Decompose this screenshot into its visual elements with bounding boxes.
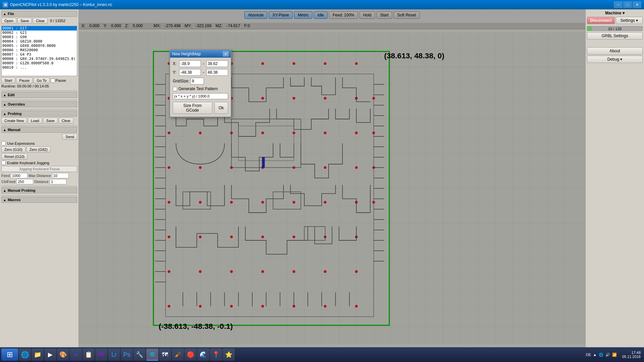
taskbar-app7-icon[interactable]: 🔴 xyxy=(184,349,197,361)
pause-button[interactable]: Pause xyxy=(16,77,33,83)
modal-y-max-input[interactable] xyxy=(206,69,228,76)
signal-icon: 📶 xyxy=(612,353,617,357)
clear-probing-button[interactable]: Clear xyxy=(59,118,73,124)
taskbar-media-icon[interactable]: ▶ xyxy=(44,349,56,361)
save-probing-button[interactable]: Save xyxy=(43,118,58,124)
zero-g92-button[interactable]: Zero (G92) xyxy=(26,146,51,153)
gcode-list[interactable]: 00001 : G1700002 : G2100003 : G9000004 :… xyxy=(1,26,77,76)
taskbar-app8-icon[interactable]: 🌊 xyxy=(197,349,209,361)
maximize-button[interactable]: □ xyxy=(623,1,632,8)
disconnect-button[interactable]: Disconnect xyxy=(587,17,615,24)
taskbar-app5-icon[interactable]: 🗺 xyxy=(159,349,171,361)
taskbar-clock: 17:48 05.11.2018 xyxy=(620,351,643,359)
generate-test-checkbox[interactable] xyxy=(173,87,177,91)
modal-x-max-input[interactable] xyxy=(206,60,228,67)
settings-button[interactable]: Settings ▾ xyxy=(616,17,643,24)
modal-x-min-input[interactable] xyxy=(179,60,201,67)
max-distance-label: Max Distance xyxy=(29,174,51,178)
left-panel: ▲ File Open Save Clear 0 / 13352 00001 :… xyxy=(0,9,79,362)
gcode-line[interactable]: 00007 : G4 P3 xyxy=(2,52,77,57)
taskbar-app2-icon[interactable]: ≡ xyxy=(70,349,82,361)
file-section-label: File xyxy=(8,12,14,16)
zero-g10-button[interactable]: Zero (G10) xyxy=(1,146,25,153)
grbl-settings-button[interactable]: GRBL Settings xyxy=(587,32,643,40)
titlebar-title: OpenCNCPilot v1.5.3.0 by martin2250 – Ko… xyxy=(10,2,614,7)
overrides-arrow-icon: ▲ xyxy=(3,103,6,106)
taskbar-ps-icon[interactable]: Ps xyxy=(121,349,133,361)
debug-button[interactable]: Debug ▾ xyxy=(587,56,643,63)
modal-close-button[interactable]: ✕ xyxy=(223,51,229,57)
send-button[interactable]: Send xyxy=(62,134,77,140)
runtime-label: Runtime: 00:00:00 / 00:14:05 xyxy=(1,84,77,88)
taskbar-app1-icon[interactable]: 🎨 xyxy=(57,349,69,361)
canvas-area[interactable]: Absolute XY-Plane Metric Idle Feed: 100%… xyxy=(79,9,585,362)
edit-section-label: Edit xyxy=(8,93,15,97)
create-new-button[interactable]: Create New xyxy=(1,118,27,124)
gcode-line[interactable]: 00008 : G0X-24.9746Y-39.6490Z3.0( xyxy=(2,57,77,61)
size-from-gcode-button[interactable]: Size From GCode xyxy=(173,102,212,114)
distance-input[interactable] xyxy=(50,179,66,184)
modal-gridsize-input[interactable] xyxy=(191,78,204,84)
disconnect-settings-row: Disconnect Settings ▾ xyxy=(587,17,643,25)
gcode-line[interactable]: 00009 : G1Z0.0000F500.0 xyxy=(2,61,77,65)
gcode-line[interactable]: 00006 : M4S20000 xyxy=(2,48,77,52)
gcode-line[interactable]: 00004 : G0Z10.0000 xyxy=(2,39,77,44)
probing-btn-row: Create New Load Save Clear xyxy=(1,118,77,124)
pause-checkbox[interactable] xyxy=(51,78,55,83)
save-file-button[interactable]: Save xyxy=(17,18,32,24)
ok-button[interactable]: Ok xyxy=(214,102,228,114)
reset-g10-button[interactable]: Reset (G10) xyxy=(1,154,28,160)
taskbar-app9-icon[interactable]: 📍 xyxy=(210,349,222,361)
taskbar-app6-icon[interactable]: 🖌 xyxy=(172,349,184,361)
gcode-line[interactable]: 00002 : G21 xyxy=(2,31,77,35)
manual-section-header[interactable]: ▲ Manual xyxy=(1,127,77,133)
volume-icon: 🔊 xyxy=(605,353,610,357)
gcode-line[interactable]: 00003 : G90 xyxy=(2,35,77,39)
modal-x-label: X: xyxy=(173,61,178,66)
taskbar-lr-icon[interactable]: Lr xyxy=(108,349,120,361)
load-probing-button[interactable]: Load xyxy=(28,118,42,124)
enable-keyboard-checkbox[interactable] xyxy=(1,161,6,165)
modal-y-dash: - xyxy=(203,70,204,75)
manual-arrow-icon: ▲ xyxy=(3,128,6,132)
clear-file-button[interactable]: Clear xyxy=(33,18,48,24)
modal-x-row: X: - xyxy=(173,60,228,67)
goto-button[interactable]: Go To xyxy=(34,77,49,83)
manual-probing-header[interactable]: ▲ Manual Probing xyxy=(1,187,77,193)
open-button[interactable]: Open xyxy=(1,18,16,24)
edit-section-header[interactable]: ▲ Edit xyxy=(1,92,77,98)
ctrlfeed-input[interactable] xyxy=(16,179,33,184)
taskbar-app4-icon[interactable]: 🔧 xyxy=(133,349,146,361)
distance-label: Distance xyxy=(34,180,49,184)
ctrlfeed-label: CtrlFeed xyxy=(1,180,15,184)
start-button[interactable]: ⊞ xyxy=(1,349,18,361)
use-expressions-checkbox[interactable] xyxy=(1,141,6,145)
zero-row: Zero (G10) Zero (G92) Reset (G10) xyxy=(1,146,77,160)
taskbar-folder-icon[interactable]: 📁 xyxy=(32,349,44,361)
feed-input[interactable] xyxy=(11,173,28,178)
send-row: Send xyxy=(1,134,77,140)
taskbar-cnc-icon[interactable]: ⚙ xyxy=(146,349,158,361)
max-distance-input[interactable] xyxy=(52,173,69,178)
use-expressions-row: Use Expressions xyxy=(1,141,77,145)
about-button[interactable]: About xyxy=(587,47,643,55)
minimize-button[interactable]: ─ xyxy=(614,1,623,8)
taskbar-app10-icon[interactable]: ⭐ xyxy=(223,349,235,361)
modal-y-min-input[interactable] xyxy=(179,69,201,76)
taskbar-pr-icon[interactable]: Pr xyxy=(95,349,107,361)
macros-section-header[interactable]: ▲ Macros xyxy=(1,197,77,203)
gcode-line[interactable]: 00010 : ... xyxy=(2,65,77,70)
modal-formula-input[interactable] xyxy=(173,93,228,99)
start-button[interactable]: Start xyxy=(1,77,15,83)
probing-section-header[interactable]: ▲ Probing xyxy=(1,111,77,117)
gcode-line[interactable]: 00005 : G0X0.0000Y0.0000 xyxy=(2,44,77,48)
clock-date: 05.11.2018 xyxy=(622,355,641,359)
close-button[interactable]: ✕ xyxy=(633,1,641,8)
taskbar-ie-icon[interactable]: 🌐 xyxy=(19,349,31,361)
gcode-line[interactable]: 00001 : G17 xyxy=(2,26,77,31)
probing-section-label: Probing xyxy=(8,112,22,116)
overrides-section-header[interactable]: ▲ Overrides xyxy=(1,101,77,107)
modal-body: X: - Y: - GridSize: xyxy=(170,58,231,117)
taskbar-app3-icon[interactable]: 📋 xyxy=(83,349,95,361)
file-section-header[interactable]: ▲ File xyxy=(1,11,77,17)
